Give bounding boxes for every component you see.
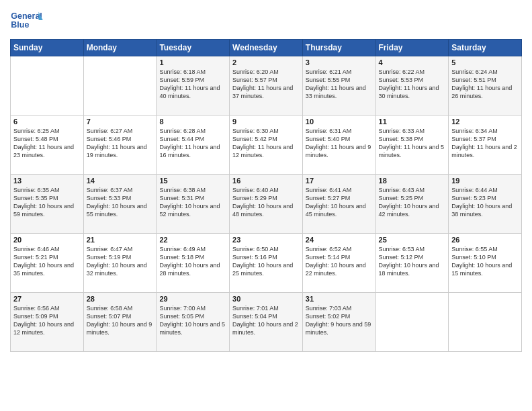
day-header-saturday: Saturday (449, 40, 522, 56)
cell-content: Sunrise: 6:44 AMSunset: 5:23 PMDaylight:… (451, 186, 519, 219)
day-number: 22 (159, 236, 226, 244)
cell-content: Sunrise: 6:27 AMSunset: 5:46 PMDaylight:… (87, 127, 154, 160)
calendar-cell: 1Sunrise: 6:18 AMSunset: 5:59 PMDaylight… (157, 56, 230, 116)
day-number: 4 (379, 58, 446, 66)
day-header-sunday: Sunday (11, 40, 84, 56)
calendar-cell: 19Sunrise: 6:44 AMSunset: 5:23 PMDayligh… (449, 175, 522, 234)
day-number: 19 (451, 177, 519, 185)
day-number: 29 (159, 295, 226, 303)
calendar-cell: 29Sunrise: 7:00 AMSunset: 5:05 PMDayligh… (157, 293, 230, 352)
calendar-cell: 6Sunrise: 6:25 AMSunset: 5:48 PMDaylight… (11, 116, 84, 175)
cell-content: Sunrise: 6:31 AMSunset: 5:40 PMDaylight:… (306, 127, 373, 160)
day-number: 30 (232, 295, 300, 303)
week-row-4: 20Sunrise: 6:46 AMSunset: 5:21 PMDayligh… (11, 234, 522, 293)
cell-content: Sunrise: 6:37 AMSunset: 5:33 PMDaylight:… (87, 186, 154, 219)
day-number: 13 (13, 177, 81, 185)
cell-content: Sunrise: 6:55 AMSunset: 5:10 PMDaylight:… (451, 245, 519, 278)
day-number: 17 (306, 177, 373, 185)
day-number: 1 (159, 58, 226, 66)
cell-content: Sunrise: 6:22 AMSunset: 5:53 PMDaylight:… (379, 68, 446, 101)
day-number: 27 (13, 295, 81, 303)
calendar-cell: 13Sunrise: 6:35 AMSunset: 5:35 PMDayligh… (11, 175, 84, 234)
calendar-header-row: SundayMondayTuesdayWednesdayThursdayFrid… (11, 40, 522, 56)
cell-content: Sunrise: 6:38 AMSunset: 5:31 PMDaylight:… (159, 186, 226, 219)
header: General Blue (10, 7, 522, 34)
cell-content: Sunrise: 7:00 AMSunset: 5:05 PMDaylight:… (159, 304, 226, 337)
cell-content: Sunrise: 6:46 AMSunset: 5:21 PMDaylight:… (13, 245, 81, 278)
calendar-cell: 4Sunrise: 6:22 AMSunset: 5:53 PMDaylight… (375, 56, 449, 116)
day-number: 18 (379, 177, 446, 185)
calendar-cell: 11Sunrise: 6:33 AMSunset: 5:38 PMDayligh… (375, 116, 449, 175)
day-number: 20 (13, 236, 81, 244)
calendar-cell: 8Sunrise: 6:28 AMSunset: 5:44 PMDaylight… (157, 116, 230, 175)
week-row-3: 13Sunrise: 6:35 AMSunset: 5:35 PMDayligh… (11, 175, 522, 234)
logo: General Blue (10, 7, 44, 34)
day-number: 7 (87, 118, 154, 126)
day-header-monday: Monday (83, 40, 157, 56)
calendar-cell: 5Sunrise: 6:24 AMSunset: 5:51 PMDaylight… (449, 56, 522, 116)
cell-content: Sunrise: 6:21 AMSunset: 5:55 PMDaylight:… (306, 68, 373, 101)
day-number: 10 (306, 118, 373, 126)
calendar-cell: 25Sunrise: 6:53 AMSunset: 5:12 PMDayligh… (375, 234, 449, 293)
calendar-cell: 22Sunrise: 6:49 AMSunset: 5:18 PMDayligh… (157, 234, 230, 293)
day-header-wednesday: Wednesday (230, 40, 303, 56)
day-number: 23 (232, 236, 300, 244)
week-row-5: 27Sunrise: 6:56 AMSunset: 5:09 PMDayligh… (11, 293, 522, 352)
calendar-cell (83, 56, 157, 116)
day-header-tuesday: Tuesday (157, 40, 230, 56)
cell-content: Sunrise: 6:25 AMSunset: 5:48 PMDaylight:… (13, 127, 81, 160)
calendar-cell: 27Sunrise: 6:56 AMSunset: 5:09 PMDayligh… (11, 293, 84, 352)
day-number: 28 (87, 295, 154, 303)
day-number: 26 (451, 236, 519, 244)
cell-content: Sunrise: 6:58 AMSunset: 5:07 PMDaylight:… (87, 304, 154, 337)
cell-content: Sunrise: 6:30 AMSunset: 5:42 PMDaylight:… (232, 127, 300, 160)
day-number: 6 (13, 118, 81, 126)
day-number: 3 (306, 58, 373, 66)
cell-content: Sunrise: 6:40 AMSunset: 5:29 PMDaylight:… (232, 186, 300, 219)
day-number: 15 (159, 177, 226, 185)
calendar-cell: 30Sunrise: 7:01 AMSunset: 5:04 PMDayligh… (230, 293, 303, 352)
day-number: 8 (159, 118, 226, 126)
calendar-cell: 18Sunrise: 6:43 AMSunset: 5:25 PMDayligh… (375, 175, 449, 234)
cell-content: Sunrise: 6:28 AMSunset: 5:44 PMDaylight:… (159, 127, 226, 160)
week-row-1: 1Sunrise: 6:18 AMSunset: 5:59 PMDaylight… (11, 56, 522, 116)
cell-content: Sunrise: 6:24 AMSunset: 5:51 PMDaylight:… (451, 68, 519, 101)
cell-content: Sunrise: 7:01 AMSunset: 5:04 PMDaylight:… (232, 304, 300, 337)
calendar-cell: 2Sunrise: 6:20 AMSunset: 5:57 PMDaylight… (230, 56, 303, 116)
day-header-thursday: Thursday (302, 40, 375, 56)
calendar-cell: 7Sunrise: 6:27 AMSunset: 5:46 PMDaylight… (83, 116, 157, 175)
calendar-cell: 23Sunrise: 6:50 AMSunset: 5:16 PMDayligh… (230, 234, 303, 293)
svg-text:Blue: Blue (11, 20, 29, 30)
day-number: 16 (232, 177, 300, 185)
day-number: 31 (306, 295, 373, 303)
calendar-cell: 16Sunrise: 6:40 AMSunset: 5:29 PMDayligh… (230, 175, 303, 234)
week-row-2: 6Sunrise: 6:25 AMSunset: 5:48 PMDaylight… (11, 116, 522, 175)
calendar-cell: 31Sunrise: 7:03 AMSunset: 5:02 PMDayligh… (302, 293, 375, 352)
cell-content: Sunrise: 6:50 AMSunset: 5:16 PMDaylight:… (232, 245, 300, 278)
day-number: 12 (451, 118, 519, 126)
cell-content: Sunrise: 6:47 AMSunset: 5:19 PMDaylight:… (87, 245, 154, 278)
cell-content: Sunrise: 6:18 AMSunset: 5:59 PMDaylight:… (159, 68, 226, 101)
cell-content: Sunrise: 6:41 AMSunset: 5:27 PMDaylight:… (306, 186, 373, 219)
cell-content: Sunrise: 6:53 AMSunset: 5:12 PMDaylight:… (379, 245, 446, 278)
cell-content: Sunrise: 6:20 AMSunset: 5:57 PMDaylight:… (232, 68, 300, 101)
cell-content: Sunrise: 6:56 AMSunset: 5:09 PMDaylight:… (13, 304, 81, 337)
day-number: 21 (87, 236, 154, 244)
cell-content: Sunrise: 6:34 AMSunset: 5:37 PMDaylight:… (451, 127, 519, 160)
calendar-cell: 10Sunrise: 6:31 AMSunset: 5:40 PMDayligh… (302, 116, 375, 175)
day-number: 25 (379, 236, 446, 244)
day-number: 2 (232, 58, 300, 66)
calendar-cell: 9Sunrise: 6:30 AMSunset: 5:42 PMDaylight… (230, 116, 303, 175)
calendar-cell: 17Sunrise: 6:41 AMSunset: 5:27 PMDayligh… (302, 175, 375, 234)
cell-content: Sunrise: 7:03 AMSunset: 5:02 PMDaylight:… (306, 304, 373, 337)
cell-content: Sunrise: 6:43 AMSunset: 5:25 PMDaylight:… (379, 186, 446, 219)
cell-content: Sunrise: 6:35 AMSunset: 5:35 PMDaylight:… (13, 186, 81, 219)
calendar-cell (449, 293, 522, 352)
day-number: 9 (232, 118, 300, 126)
calendar-cell: 15Sunrise: 6:38 AMSunset: 5:31 PMDayligh… (157, 175, 230, 234)
cell-content: Sunrise: 6:33 AMSunset: 5:38 PMDaylight:… (379, 127, 446, 160)
calendar: SundayMondayTuesdayWednesdayThursdayFrid… (10, 39, 522, 352)
calendar-cell: 26Sunrise: 6:55 AMSunset: 5:10 PMDayligh… (449, 234, 522, 293)
day-number: 11 (379, 118, 446, 126)
calendar-cell: 28Sunrise: 6:58 AMSunset: 5:07 PMDayligh… (83, 293, 157, 352)
